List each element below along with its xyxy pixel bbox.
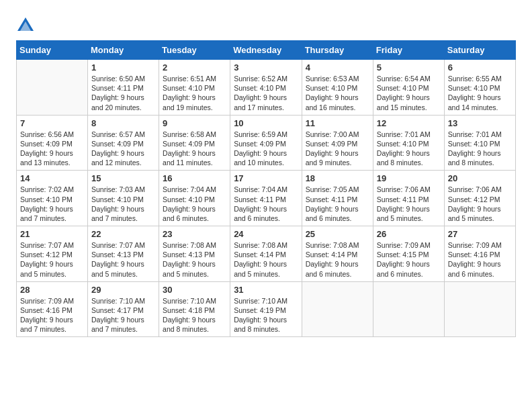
- day-number: 15: [91, 173, 155, 183]
- day-number: 19: [377, 173, 441, 183]
- day-info: Sunrise: 6:55 AMSunset: 4:10 PMDaylight:…: [448, 74, 512, 112]
- calendar-cell: 13Sunrise: 7:01 AMSunset: 4:10 PMDayligh…: [444, 115, 515, 171]
- calendar-cell: 16Sunrise: 7:04 AMSunset: 4:10 PMDayligh…: [159, 171, 230, 226]
- calendar-cell: 29Sunrise: 7:10 AMSunset: 4:17 PMDayligh…: [88, 281, 159, 337]
- calendar-cell: 25Sunrise: 7:08 AMSunset: 4:14 PMDayligh…: [302, 226, 373, 282]
- day-info: Sunrise: 7:05 AMSunset: 4:11 PMDaylight:…: [306, 185, 369, 223]
- calendar-cell: 4Sunrise: 6:53 AMSunset: 4:10 PMDaylight…: [302, 60, 373, 116]
- calendar-cell: 26Sunrise: 7:09 AMSunset: 4:15 PMDayligh…: [373, 226, 444, 282]
- calendar-cell: 23Sunrise: 7:08 AMSunset: 4:13 PMDayligh…: [159, 226, 230, 282]
- calendar-cell: [302, 281, 373, 337]
- day-info: Sunrise: 7:01 AMSunset: 4:10 PMDaylight:…: [377, 130, 441, 168]
- day-info: Sunrise: 6:52 AMSunset: 4:10 PMDaylight:…: [234, 74, 298, 112]
- calendar-cell: 5Sunrise: 6:54 AMSunset: 4:10 PMDaylight…: [373, 60, 444, 116]
- day-number: 1: [91, 62, 155, 73]
- calendar-cell: 3Sunrise: 6:52 AMSunset: 4:10 PMDaylight…: [230, 60, 302, 116]
- day-number: 5: [377, 62, 441, 73]
- day-info: Sunrise: 7:07 AMSunset: 4:12 PMDaylight:…: [20, 240, 84, 279]
- day-info: Sunrise: 7:10 AMSunset: 4:18 PMDaylight:…: [163, 296, 226, 334]
- calendar-week-row: 21Sunrise: 7:07 AMSunset: 4:12 PMDayligh…: [17, 226, 516, 282]
- day-number: 25: [306, 229, 369, 239]
- calendar-cell: 21Sunrise: 7:07 AMSunset: 4:12 PMDayligh…: [17, 226, 88, 282]
- calendar-week-row: 1Sunrise: 6:50 AMSunset: 4:11 PMDaylight…: [17, 60, 516, 116]
- day-info: Sunrise: 7:09 AMSunset: 4:16 PMDaylight:…: [448, 240, 512, 279]
- calendar-cell: [17, 60, 88, 116]
- calendar-cell: [373, 281, 444, 337]
- day-info: Sunrise: 7:09 AMSunset: 4:15 PMDaylight:…: [377, 240, 441, 279]
- calendar-cell: 15Sunrise: 7:03 AMSunset: 4:10 PMDayligh…: [88, 171, 159, 226]
- calendar-cell: 28Sunrise: 7:09 AMSunset: 4:16 PMDayligh…: [17, 281, 88, 337]
- day-info: Sunrise: 6:53 AMSunset: 4:10 PMDaylight:…: [306, 74, 369, 112]
- calendar-cell: 12Sunrise: 7:01 AMSunset: 4:10 PMDayligh…: [373, 115, 444, 171]
- calendar-header-sunday: Sunday: [17, 41, 88, 60]
- calendar-cell: [444, 281, 515, 337]
- day-info: Sunrise: 7:07 AMSunset: 4:13 PMDaylight:…: [91, 240, 155, 279]
- day-info: Sunrise: 7:08 AMSunset: 4:13 PMDaylight:…: [163, 240, 226, 279]
- calendar-cell: 31Sunrise: 7:10 AMSunset: 4:19 PMDayligh…: [230, 281, 302, 337]
- day-info: Sunrise: 7:06 AMSunset: 4:12 PMDaylight:…: [448, 185, 512, 223]
- calendar-header-tuesday: Tuesday: [159, 41, 230, 60]
- calendar-week-row: 7Sunrise: 6:56 AMSunset: 4:09 PMDaylight…: [17, 115, 516, 171]
- calendar-cell: 19Sunrise: 7:06 AMSunset: 4:11 PMDayligh…: [373, 171, 444, 226]
- day-number: 3: [234, 62, 298, 73]
- day-number: 8: [91, 118, 155, 128]
- day-info: Sunrise: 7:06 AMSunset: 4:11 PMDaylight:…: [377, 185, 441, 223]
- day-info: Sunrise: 6:58 AMSunset: 4:09 PMDaylight:…: [163, 130, 226, 168]
- calendar-header-friday: Friday: [373, 41, 444, 60]
- day-info: Sunrise: 7:01 AMSunset: 4:10 PMDaylight:…: [448, 130, 512, 168]
- day-info: Sunrise: 7:09 AMSunset: 4:16 PMDaylight:…: [20, 296, 84, 334]
- calendar-cell: 14Sunrise: 7:02 AMSunset: 4:10 PMDayligh…: [17, 171, 88, 226]
- calendar-cell: 17Sunrise: 7:04 AMSunset: 4:11 PMDayligh…: [230, 171, 302, 226]
- calendar-header-thursday: Thursday: [302, 41, 373, 60]
- calendar-cell: 27Sunrise: 7:09 AMSunset: 4:16 PMDayligh…: [444, 226, 515, 282]
- calendar-cell: 1Sunrise: 6:50 AMSunset: 4:11 PMDaylight…: [88, 60, 159, 116]
- day-number: 2: [163, 62, 226, 73]
- day-number: 23: [163, 229, 226, 239]
- calendar-table: SundayMondayTuesdayWednesdayThursdayFrid…: [16, 40, 516, 337]
- day-number: 7: [20, 118, 84, 128]
- day-info: Sunrise: 7:00 AMSunset: 4:09 PMDaylight:…: [306, 130, 369, 168]
- day-info: Sunrise: 7:08 AMSunset: 4:14 PMDaylight:…: [234, 240, 298, 279]
- day-number: 28: [20, 285, 84, 295]
- day-info: Sunrise: 7:10 AMSunset: 4:17 PMDaylight:…: [91, 296, 155, 334]
- calendar-cell: 20Sunrise: 7:06 AMSunset: 4:12 PMDayligh…: [444, 171, 515, 226]
- logo: [16, 16, 36, 35]
- day-number: 27: [448, 229, 512, 239]
- day-number: 22: [91, 229, 155, 239]
- calendar-header-saturday: Saturday: [444, 41, 515, 60]
- day-number: 13: [448, 118, 512, 128]
- day-info: Sunrise: 6:56 AMSunset: 4:09 PMDaylight:…: [20, 130, 84, 168]
- day-number: 30: [163, 285, 226, 295]
- day-number: 10: [234, 118, 298, 128]
- calendar-cell: 18Sunrise: 7:05 AMSunset: 4:11 PMDayligh…: [302, 171, 373, 226]
- day-info: Sunrise: 6:51 AMSunset: 4:10 PMDaylight:…: [163, 74, 226, 112]
- calendar-week-row: 28Sunrise: 7:09 AMSunset: 4:16 PMDayligh…: [17, 281, 516, 337]
- day-info: Sunrise: 7:04 AMSunset: 4:11 PMDaylight:…: [234, 185, 298, 223]
- day-number: 20: [448, 173, 512, 183]
- day-info: Sunrise: 6:54 AMSunset: 4:10 PMDaylight:…: [377, 74, 441, 112]
- day-info: Sunrise: 6:50 AMSunset: 4:11 PMDaylight:…: [91, 74, 155, 112]
- calendar-cell: 9Sunrise: 6:58 AMSunset: 4:09 PMDaylight…: [159, 115, 230, 171]
- calendar-header-wednesday: Wednesday: [230, 41, 302, 60]
- calendar-week-row: 14Sunrise: 7:02 AMSunset: 4:10 PMDayligh…: [17, 171, 516, 226]
- day-number: 11: [306, 118, 369, 128]
- day-number: 6: [448, 62, 512, 73]
- day-info: Sunrise: 7:02 AMSunset: 4:10 PMDaylight:…: [20, 185, 84, 223]
- day-number: 21: [20, 229, 84, 239]
- day-number: 9: [163, 118, 226, 128]
- calendar-cell: 7Sunrise: 6:56 AMSunset: 4:09 PMDaylight…: [17, 115, 88, 171]
- calendar-cell: 10Sunrise: 6:59 AMSunset: 4:09 PMDayligh…: [230, 115, 302, 171]
- day-info: Sunrise: 7:08 AMSunset: 4:14 PMDaylight:…: [306, 240, 369, 279]
- calendar-cell: 30Sunrise: 7:10 AMSunset: 4:18 PMDayligh…: [159, 281, 230, 337]
- day-number: 26: [377, 229, 441, 239]
- day-info: Sunrise: 7:03 AMSunset: 4:10 PMDaylight:…: [91, 185, 155, 223]
- calendar-cell: 6Sunrise: 6:55 AMSunset: 4:10 PMDaylight…: [444, 60, 515, 116]
- day-number: 16: [163, 173, 226, 183]
- day-info: Sunrise: 7:04 AMSunset: 4:10 PMDaylight:…: [163, 185, 226, 223]
- logo-icon: [16, 16, 35, 35]
- day-number: 4: [306, 62, 369, 73]
- calendar-header-row: SundayMondayTuesdayWednesdayThursdayFrid…: [17, 41, 516, 60]
- day-number: 12: [377, 118, 441, 128]
- day-number: 14: [20, 173, 84, 183]
- calendar-cell: 2Sunrise: 6:51 AMSunset: 4:10 PMDaylight…: [159, 60, 230, 116]
